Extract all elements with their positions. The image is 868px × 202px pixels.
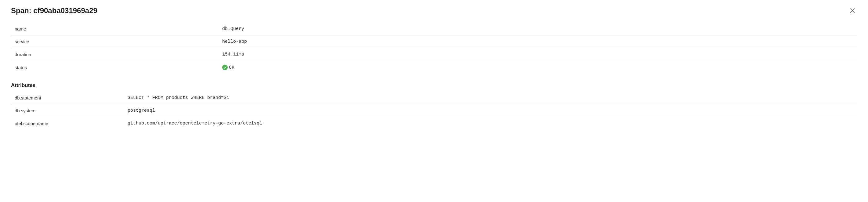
attributes-table: db.statement SELECT * FROM products WHER… [11,92,857,130]
summary-key: name [14,26,222,31]
attribute-row: db.statement SELECT * FROM products WHER… [11,92,857,104]
attribute-key: otel.scope.name [14,121,128,126]
close-button[interactable] [848,6,857,15]
summary-key: status [14,65,222,70]
attribute-value: github.com/uptrace/opentelemetry-go-extr… [128,121,262,126]
attribute-row: db.system postgresql [11,104,857,117]
summary-key: service [14,39,222,44]
attribute-key: db.statement [14,95,128,100]
summary-value: db.Query [222,26,244,31]
summary-value: 154.11ms [222,52,244,57]
summary-row-status: status OK [11,61,857,74]
span-summary: name db.Query service hello-app duration… [11,23,857,74]
span-title: Span: cf90aba031969a29 [11,6,97,15]
status-text: OK [229,65,235,70]
summary-value: OK [222,65,235,70]
span-header: Span: cf90aba031969a29 [11,6,857,15]
summary-row-duration: duration 154.11ms [11,48,857,61]
summary-key: duration [14,52,222,57]
attribute-value: SELECT * FROM products WHERE brand=$1 [128,95,229,100]
summary-row-service: service hello-app [11,35,857,48]
summary-row-name: name db.Query [11,23,857,35]
status-ok-icon [222,65,228,70]
attribute-value: postgresql [128,108,155,113]
attribute-row: otel.scope.name github.com/uptrace/opent… [11,117,857,130]
close-icon [849,7,856,14]
summary-value: hello-app [222,39,247,44]
attribute-key: db.system [14,108,128,113]
attributes-heading: Attributes [11,82,857,89]
